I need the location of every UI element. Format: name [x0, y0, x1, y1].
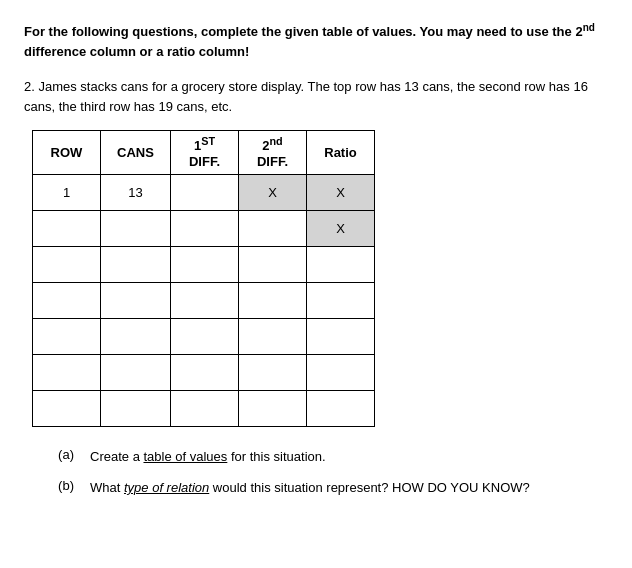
type-of-relation-link: type of relation	[124, 480, 209, 495]
table-row-0-cans: 13	[101, 174, 171, 210]
header-1st-diff: 1ST DIFF.	[171, 131, 239, 175]
table-of-values-link: table of values	[143, 449, 227, 464]
table-row-4-cans	[101, 318, 171, 354]
header-2nd-diff: 2nd DIFF.	[239, 131, 307, 175]
problem-number: 2.	[24, 79, 35, 94]
answer-b-text: What type of relation would this situati…	[90, 478, 530, 498]
header-1st-diff-label: DIFF.	[189, 154, 220, 169]
header-2nd-num: 2	[262, 139, 269, 154]
table-wrapper: ROW CANS 1ST DIFF. 2nd DIFF. Ratio 113	[24, 130, 608, 427]
table-row-3-2nddiff	[239, 282, 307, 318]
table-row-2-2nddiff	[239, 246, 307, 282]
answer-b-label: (b)	[34, 478, 74, 493]
problem-description: James stacks cans for a grocery store di…	[24, 79, 588, 114]
table-row-6-row	[33, 390, 101, 426]
table-row-3-cans	[101, 282, 171, 318]
table-row-0-2nddiff: X	[239, 174, 307, 210]
instructions-text: For the following questions, complete th…	[24, 24, 583, 39]
table-row-2-cans	[101, 246, 171, 282]
answer-a-text: Create a table of values for this situat…	[90, 447, 326, 467]
table-row-1-ratio: X	[307, 210, 375, 246]
table-row-1-2nddiff	[239, 210, 307, 246]
table-row-4-row	[33, 318, 101, 354]
table-row-0-1stdiff	[171, 174, 239, 210]
table-row-5-2nddiff	[239, 354, 307, 390]
table-row-1-cans	[101, 210, 171, 246]
table-row-2-ratio	[307, 246, 375, 282]
table-row-2-row	[33, 246, 101, 282]
header-1st-sup: ST	[201, 135, 215, 147]
header-2nd-sup: nd	[270, 135, 283, 147]
table-row-6-ratio	[307, 390, 375, 426]
header-cans: CANS	[101, 131, 171, 175]
header-row: ROW	[33, 131, 101, 175]
table-row-6-1stdiff	[171, 390, 239, 426]
table-row-0-row: 1	[33, 174, 101, 210]
table-row-5-cans	[101, 354, 171, 390]
table-row-5-row	[33, 354, 101, 390]
instructions-text2: difference column or a ratio column!	[24, 44, 249, 59]
table-row-6-cans	[101, 390, 171, 426]
table-row-4-1stdiff	[171, 318, 239, 354]
table-row-5-ratio	[307, 354, 375, 390]
table-row-3-ratio	[307, 282, 375, 318]
table-row-4-ratio	[307, 318, 375, 354]
answer-a-label: (a)	[34, 447, 74, 462]
instructions: For the following questions, complete th…	[24, 20, 608, 61]
answer-b: (b) What type of relation would this sit…	[34, 478, 608, 498]
table-row-2-1stdiff	[171, 246, 239, 282]
table-row-6-2nddiff	[239, 390, 307, 426]
table-row-1-1stdiff	[171, 210, 239, 246]
header-2nd-diff-label: DIFF.	[257, 154, 288, 169]
instructions-superscript: nd	[583, 22, 595, 33]
table-row-5-1stdiff	[171, 354, 239, 390]
table-row-3-row	[33, 282, 101, 318]
answer-a: (a) Create a table of values for this si…	[34, 447, 608, 467]
answers-section: (a) Create a table of values for this si…	[24, 447, 608, 498]
header-ratio: Ratio	[307, 131, 375, 175]
table-row-4-2nddiff	[239, 318, 307, 354]
values-table: ROW CANS 1ST DIFF. 2nd DIFF. Ratio 113	[32, 130, 375, 427]
table-row-1-row	[33, 210, 101, 246]
table-row-0-ratio: X	[307, 174, 375, 210]
problem-text: 2. James stacks cans for a grocery store…	[24, 77, 608, 116]
table-row-3-1stdiff	[171, 282, 239, 318]
